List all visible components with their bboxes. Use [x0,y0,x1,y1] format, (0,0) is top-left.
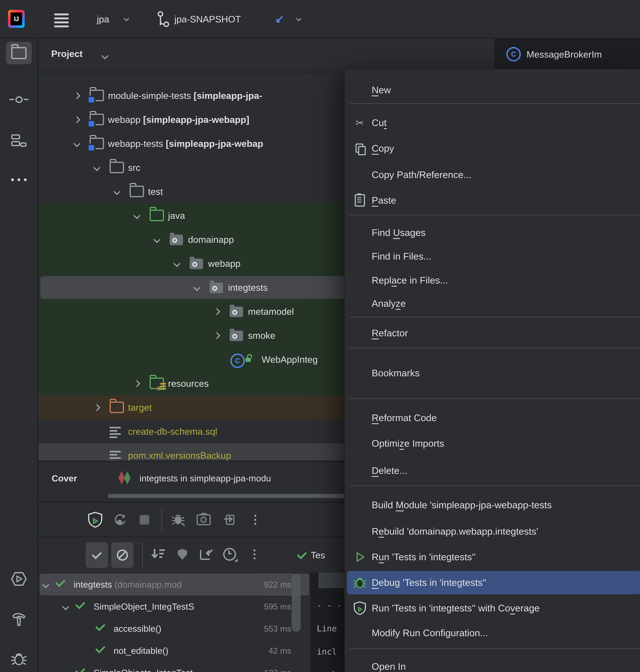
test-duration: 595 ms [258,595,291,618]
sidebar-item-commit[interactable] [6,88,32,111]
chevron-right-icon[interactable] [214,308,220,315]
debug-rerun-button[interactable] [169,503,187,537]
panel-title[interactable]: Project [51,48,83,59]
chevron-down-icon[interactable] [73,140,81,147]
chevron-down-icon [101,53,108,59]
rerun-button[interactable] [111,503,129,537]
menu-separator [350,348,640,348]
test-history-button[interactable] [221,538,238,571]
more-icon [11,178,27,181]
chevron-down-icon[interactable] [133,212,141,219]
chevron-right-icon[interactable] [93,404,101,411]
vcs-branch-widget[interactable]: jpa-SNAPSHOT [174,14,241,25]
menu-item-paste[interactable]: Paste [345,189,640,212]
debug-bug-icon [352,571,368,595]
coverage-session-label[interactable]: integtests in simpleapp-jpa-modu [140,473,271,483]
sidebar-item-project[interactable] [6,42,32,64]
copy-icon [352,136,368,160]
test-row-not-editable[interactable]: not_editable() 42 ms [39,640,310,662]
rerun-coverage-button[interactable] [86,503,104,537]
chevron-right-icon[interactable] [214,332,220,339]
defend-button[interactable] [174,538,191,571]
vertical-scrollbar[interactable] [292,574,301,632]
check-icon [92,549,102,559]
test-status: Tes [297,538,325,572]
stop-button[interactable] [136,503,153,537]
bug-icon [170,512,186,527]
menu-item-analyze[interactable]: Analyze [345,292,640,315]
chevron-down-icon[interactable] [62,670,69,672]
excluded-folder-icon [110,402,124,413]
test-duration: 922 ms [258,573,291,596]
import-test-results-button[interactable] [197,538,214,571]
chevron-right-icon[interactable] [133,380,141,387]
test-row-accessible[interactable]: accessible() 553 ms [39,617,310,640]
menu-separator [350,317,640,317]
intellij-logo-icon[interactable]: IJ [8,10,25,28]
chevron-down-icon[interactable] [173,260,180,267]
menu-item-delete[interactable]: Delete... [345,459,640,483]
menu-item-modify-run-configuration[interactable]: Modify Run Configuration... [345,621,640,645]
menu-item-debug-tests[interactable]: Debug 'Tests in 'integtests'' [345,571,640,595]
class-icon: C [230,354,245,368]
coverage-tab-label[interactable]: Cover [52,473,77,483]
file-icon [110,451,121,461]
menu-item-replace-in-files[interactable]: Replace in Files... [345,268,640,292]
project-panel-header: Project [39,39,494,72]
project-switcher[interactable]: jpa [97,14,109,25]
folder-icon [130,186,144,197]
chevron-right-icon[interactable] [73,116,81,123]
sidebar-item-structure[interactable] [6,130,32,152]
menu-item-open-in[interactable]: Open In [345,655,640,672]
chevron-down-icon[interactable] [93,164,101,171]
menu-item-cut[interactable]: ✂ Cut [345,111,640,135]
package-icon [230,307,243,317]
menu-item-copy-path[interactable]: Copy Path/Reference... [345,163,640,187]
menu-item-build-module[interactable]: Build Module 'simpleapp-jpa-webapp-tests [345,493,640,517]
commit-icon [9,96,28,103]
sidebar-item-debug[interactable] [6,648,32,670]
coverage-icon [118,471,134,484]
menu-item-rebuild[interactable]: Rebuild 'domainapp.webapp.integtests' [345,520,640,543]
passed-check-icon [75,599,85,609]
sidebar-item-more[interactable] [6,168,32,191]
snapshot-button[interactable] [195,503,213,537]
test-row-integtests[interactable]: integtests (domainapp.mod 922 ms [39,573,310,596]
more-options-button[interactable] [246,503,264,537]
test-row-simpleobjects-integtest[interactable]: SimpleObjects_IntegTest 122 ms [39,662,310,672]
menu-item-copy[interactable]: Copy [345,136,640,160]
sort-by-duration-button[interactable] [150,538,168,571]
test-status-label: Tes [311,550,325,561]
menu-item-new[interactable]: New [345,78,640,102]
sidebar-item-services[interactable] [6,568,32,590]
menu-item-find-in-files[interactable]: Find in Files... [345,244,640,268]
incoming-commits-arrow-icon: ↙ [275,13,284,26]
more-options-button[interactable] [246,538,263,571]
sidebar-item-build[interactable] [6,608,32,631]
import-results-icon [200,549,211,560]
module-folder-icon [90,138,104,149]
console-line: excl [317,665,337,672]
package-icon [230,331,243,341]
show-passed-toggle[interactable] [86,542,108,568]
folder-icon [110,162,124,173]
chevron-right-icon[interactable] [73,92,81,99]
menu-item-run-with-coverage[interactable]: Run 'Tests in 'integtests'' with Coverag… [345,596,640,620]
menu-item-run-tests[interactable]: Run 'Tests in 'integtests'' [345,545,640,569]
chevron-down-icon[interactable] [154,236,160,243]
chevron-down-icon[interactable] [114,188,120,195]
menu-item-refactor[interactable]: Refactor [345,321,640,345]
menu-item-reformat-code[interactable]: Reformat Code [345,406,640,430]
menu-item-optimize-imports[interactable]: Optimize Imports [345,432,640,456]
menu-separator [350,398,640,399]
chevron-down-icon[interactable] [62,603,69,610]
editor-tab-messagebrokerim[interactable]: MessageBrokerIm [526,49,602,60]
menu-separator [350,648,640,649]
show-ignored-toggle[interactable] [111,542,134,568]
test-row-simpleobject-integtest[interactable]: SimpleObject_IntegTestS 595 ms [39,595,310,618]
hamburger-menu-icon[interactable] [54,13,69,29]
exit-button[interactable] [220,503,238,537]
menu-item-find-usages[interactable]: Find Usages [345,221,640,245]
stop-icon [140,515,149,525]
menu-item-bookmarks[interactable]: Bookmarks [345,361,640,385]
